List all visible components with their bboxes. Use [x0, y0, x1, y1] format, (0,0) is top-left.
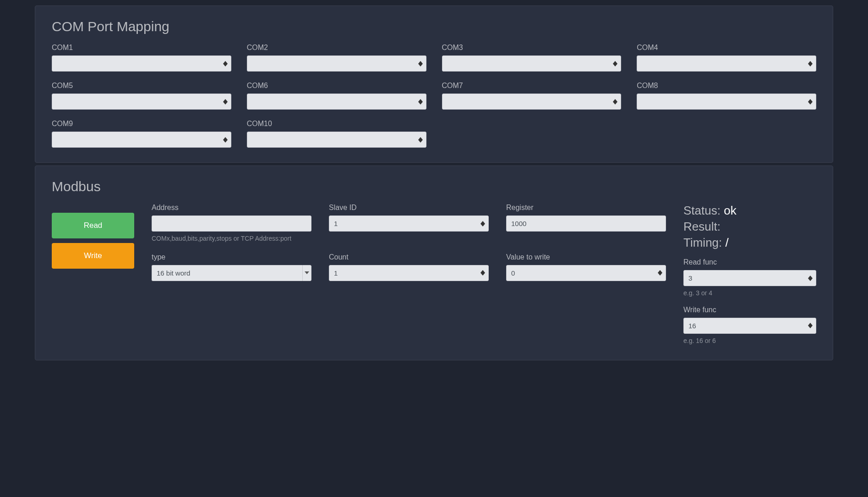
- read-func-input[interactable]: [683, 270, 816, 286]
- timing-line: Timing: /: [683, 236, 816, 250]
- com-port-label: COM2: [247, 44, 426, 52]
- com-port-label: COM1: [52, 44, 231, 52]
- chevron-down-icon: [302, 265, 311, 281]
- com-port-field: COM8: [637, 82, 816, 110]
- write-func-label: Write func: [683, 306, 816, 314]
- com-port-input[interactable]: [637, 94, 816, 110]
- com-port-input[interactable]: [52, 132, 231, 148]
- com-port-input[interactable]: [637, 55, 816, 72]
- com-port-input[interactable]: [52, 94, 231, 110]
- write-button[interactable]: Write: [52, 243, 134, 269]
- register-input[interactable]: [506, 215, 666, 232]
- com-port-field: COM10: [247, 120, 426, 148]
- com-port-field: COM4: [637, 44, 816, 72]
- modbus-title: Modbus: [52, 179, 816, 194]
- com-port-label: COM5: [52, 82, 231, 90]
- com-port-field: COM9: [52, 120, 231, 148]
- svg-marker-22: [305, 271, 309, 274]
- com-port-mapping-panel: COM Port Mapping COM1COM2COM3COM4COM5COM…: [35, 6, 833, 163]
- register-label: Register: [506, 204, 666, 212]
- com-port-field: COM1: [52, 44, 231, 72]
- com-port-input[interactable]: [247, 55, 426, 72]
- status-label: Status:: [683, 204, 721, 217]
- value-to-write-label: Value to write: [506, 253, 666, 261]
- result-label: Result:: [683, 220, 721, 233]
- slave-id-input[interactable]: [329, 215, 489, 232]
- com-port-mapping-title: COM Port Mapping: [52, 19, 816, 34]
- timing-label: Timing:: [683, 236, 722, 249]
- com-port-field: COM3: [442, 44, 622, 72]
- timing-value: /: [726, 236, 729, 249]
- com-port-label: COM9: [52, 120, 231, 128]
- com-port-field: COM5: [52, 82, 231, 110]
- com-port-label: COM8: [637, 82, 816, 90]
- com-port-input[interactable]: [442, 55, 622, 72]
- com-port-input[interactable]: [247, 94, 426, 110]
- type-label: type: [152, 253, 311, 261]
- address-label: Address: [152, 204, 311, 212]
- com-port-label: COM4: [637, 44, 816, 52]
- com-port-grid: COM1COM2COM3COM4COM5COM6COM7COM8COM9COM1…: [52, 44, 816, 148]
- com-port-label: COM3: [442, 44, 622, 52]
- slave-id-label: Slave ID: [329, 204, 489, 212]
- com-port-field: COM7: [442, 82, 622, 110]
- value-to-write-input[interactable]: [506, 265, 666, 281]
- write-func-input[interactable]: [683, 318, 816, 334]
- com-port-label: COM7: [442, 82, 622, 90]
- read-button[interactable]: Read: [52, 213, 134, 238]
- com-port-input[interactable]: [52, 55, 231, 72]
- result-line: Result:: [683, 220, 816, 234]
- com-port-input[interactable]: [442, 94, 622, 110]
- modbus-panel: Modbus Read Write Address COMx,baud,bits…: [35, 166, 833, 360]
- read-func-label: Read func: [683, 258, 816, 266]
- com-port-label: COM6: [247, 82, 426, 90]
- type-select-value: 16 bit word: [152, 265, 302, 281]
- write-func-help: e.g. 16 or 6: [683, 337, 816, 345]
- com-port-field: COM6: [247, 82, 426, 110]
- count-input[interactable]: [329, 265, 489, 281]
- type-select[interactable]: 16 bit word: [152, 265, 311, 281]
- read-func-help: e.g. 3 or 4: [683, 289, 816, 298]
- com-port-field: COM2: [247, 44, 426, 72]
- address-help: COMx,baud,bits,parity,stops or TCP Addre…: [152, 234, 311, 243]
- com-port-label: COM10: [247, 120, 426, 128]
- status-line: Status: ok: [683, 204, 816, 218]
- count-label: Count: [329, 253, 489, 261]
- com-port-input[interactable]: [247, 132, 426, 148]
- address-input[interactable]: [152, 215, 311, 232]
- status-value: ok: [724, 204, 736, 217]
